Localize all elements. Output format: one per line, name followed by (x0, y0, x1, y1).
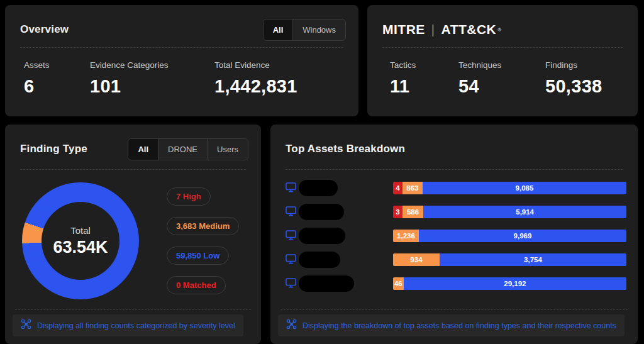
monitor-icon (286, 230, 296, 243)
monitor-icon (286, 206, 296, 219)
severity-badge-matched[interactable]: 0 Matched (167, 276, 226, 294)
header-divider (382, 47, 623, 48)
asset-row: 1,2369,969 (286, 228, 626, 244)
toggle-option-drone[interactable]: DRONE (158, 139, 208, 160)
redacted-asset-name (299, 204, 344, 220)
bar-segment-low: 5,914 (423, 206, 626, 218)
toggle-option-users[interactable]: Users (208, 139, 248, 160)
stat-value: 11 (390, 76, 458, 97)
stat-findings: Findings50,338 (545, 60, 602, 97)
stat-value: 50,338 (545, 76, 602, 97)
donut-total-label: Total (70, 225, 91, 236)
header-divider (20, 47, 343, 48)
mitre-attack-logo: MITRE | ATT&CK ® (382, 22, 502, 37)
monitor-icon (286, 182, 296, 195)
bar-segment-low: 29,192 (404, 277, 626, 290)
redacted-asset-name (299, 252, 340, 268)
top-assets-panel: Top Assets Breakdown 48639,08535865,9141… (270, 125, 638, 344)
monitor-icon (286, 254, 296, 267)
stat-total-evidence: Total Evidence1,442,831 (214, 60, 297, 97)
header-divider (20, 169, 246, 170)
attack-logo-text: ATT&CK (441, 22, 497, 37)
asset-row: 48639,085 (286, 180, 626, 196)
mitre-logo-text: MITRE (382, 22, 425, 37)
donut-center: Total 63.54K (42, 202, 119, 280)
asset-row: 35865,914 (286, 204, 626, 220)
bar-segment-high: 4 (393, 182, 402, 194)
finding-type-footer: Displaying all finding counts categorize… (13, 314, 243, 336)
header-divider (286, 169, 623, 170)
top-assets-footer: Displaying the breakdown of top assets b… (278, 314, 625, 336)
stat-label: Assets (24, 60, 90, 70)
registered-mark: ® (497, 27, 501, 33)
stat-tactics: Tactics11 (390, 60, 458, 97)
footer-divider (15, 309, 251, 310)
overview-toggle: AllWindows (263, 19, 346, 41)
asset-row: 9343,754 (286, 252, 626, 268)
monitor-icon (286, 278, 296, 291)
bar-segment-medium: 1,236 (393, 230, 419, 242)
toggle-option-windows[interactable]: Windows (293, 19, 345, 40)
stat-label: Tactics (390, 60, 458, 70)
bar-segment-medium: 863 (402, 182, 423, 194)
stat-value: 54 (458, 76, 545, 97)
mitre-stats: Tactics11Techniques54Findings50,338 (390, 60, 602, 97)
overview-stats: Assets6Evidence Categories101Total Evide… (24, 60, 297, 97)
asset-row: 4629,192 (286, 275, 626, 292)
bar-segment-medium: 586 (402, 206, 423, 218)
stacked-bar: 48639,085 (393, 182, 626, 194)
stat-label: Techniques (458, 60, 545, 70)
stacked-bar: 4629,192 (393, 277, 626, 290)
redacted-asset-name (299, 275, 354, 292)
bar-segment-low: 9,085 (423, 182, 626, 194)
stat-label: Evidence Categories (90, 60, 214, 70)
bar-segment-high: 3 (393, 206, 402, 218)
stat-label: Findings (545, 60, 602, 70)
stat-value: 6 (24, 76, 90, 97)
bar-segment-medium: 934 (393, 253, 440, 266)
drone-icon (21, 319, 31, 332)
bar-segment-low: 9,969 (419, 230, 626, 242)
finding-type-toggle: AllDRONEUsers (128, 138, 248, 160)
toggle-option-all[interactable]: All (264, 19, 294, 40)
finding-type-title: Finding Type (20, 143, 87, 155)
redacted-asset-name (299, 180, 338, 196)
stacked-bar: 9343,754 (393, 253, 626, 266)
stat-value: 101 (90, 76, 214, 97)
redacted-asset-name (299, 228, 345, 244)
mitre-panel: MITRE | ATT&CK ® Tactics11Techniques54Fi… (367, 5, 638, 116)
logo-separator: | (431, 23, 435, 37)
stacked-bar: 1,2369,969 (393, 230, 626, 242)
finding-type-panel: Finding Type AllDRONEUsers Total 63.54K … (5, 125, 261, 344)
stacked-bar: 35865,914 (393, 206, 626, 218)
overview-panel: Overview AllWindows Assets6Evidence Cate… (5, 5, 358, 116)
severity-badges: 7 High3,683 Medium59,850 Low0 Matched (167, 187, 239, 306)
drone-icon (286, 319, 297, 332)
stat-techniques: Techniques54 (458, 60, 545, 97)
overview-title: Overview (20, 23, 69, 36)
bar-segment-medium: 46 (393, 277, 404, 290)
top-assets-footer-text: Displaying the breakdown of top assets b… (303, 321, 616, 330)
severity-donut-chart: Total 63.54K (22, 182, 139, 299)
donut-total-value: 63.54K (53, 238, 108, 257)
finding-type-footer-text: Displaying all finding counts categorize… (37, 321, 235, 330)
footer-divider (280, 309, 628, 310)
stat-value: 1,442,831 (214, 76, 297, 97)
severity-badge-low[interactable]: 59,850 Low (167, 247, 229, 265)
stat-evidence-categories: Evidence Categories101 (90, 60, 214, 97)
bar-segment-low: 3,754 (440, 253, 626, 266)
severity-badge-medium[interactable]: 3,683 Medium (167, 217, 239, 235)
stat-assets: Assets6 (24, 60, 90, 97)
toggle-option-all[interactable]: All (128, 139, 158, 160)
top-assets-title: Top Assets Breakdown (286, 143, 405, 155)
severity-badge-high[interactable]: 7 High (167, 187, 211, 206)
stat-label: Total Evidence (214, 60, 297, 70)
